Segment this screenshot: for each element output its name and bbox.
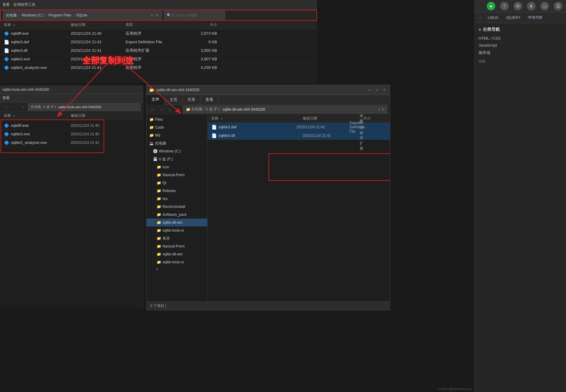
nav-up[interactable]: ↑ (20, 103, 27, 111)
header-size[interactable]: 大小 (187, 22, 217, 27)
nav-up-right[interactable]: ↑ (175, 106, 182, 113)
tab-view[interactable]: 查看 (201, 95, 219, 104)
path-sqlite[interactable]: SQLite (76, 13, 87, 17)
search-box[interactable]: 🔍 在 SQLite 中搜索 (164, 11, 225, 20)
file-row[interactable]: 🔷 sqlite3.exe 2023/11/24 21:40 应用程序 3,60… (0, 55, 317, 63)
view-label[interactable]: 查看 (2, 2, 10, 7)
tree-english[interactable]: 📁 英语 (147, 234, 207, 242)
nav-down-right[interactable]: ↓ (166, 106, 173, 113)
tree-sqlite-tools[interactable]: 📁 sqlite-tools-w (147, 226, 207, 234)
sidebar-link-js[interactable]: JavaScript (479, 42, 562, 49)
path-thispc2[interactable]: 此电脑 (31, 105, 41, 109)
address-dropdown[interactable]: ∨ (151, 13, 153, 17)
tree-code[interactable]: 📁 Code (147, 123, 207, 131)
header-type[interactable]: 类型 (126, 22, 187, 27)
top-address-bar[interactable]: 此电脑 › Windows (C:) › Program Files › SQL… (3, 11, 162, 20)
tree-udisk[interactable]: 💾 U 盘 (F:) (147, 155, 207, 163)
sidebar-green-icon[interactable]: ● (487, 2, 495, 10)
nav-back-sidebar[interactable]: → (477, 15, 482, 20)
nav-fwd[interactable]: → (11, 103, 18, 111)
left-view-label[interactable]: 查看 (2, 95, 10, 101)
header-size-r[interactable]: 大小 (363, 116, 386, 121)
tree-res[interactable]: 📁 res (147, 195, 207, 203)
file-row[interactable]: 🔷 sqlite3.exe 2023/11/24 21:40 (0, 130, 143, 138)
exe-icon: 🔷 (4, 140, 9, 145)
folder-icon: 📁 (156, 204, 161, 209)
tree-software[interactable]: 📁 Software_pack (147, 211, 207, 219)
path-udisk[interactable]: U 盘 (F:) (43, 105, 56, 109)
file-row[interactable]: 🔷 sqldiff.exe 2023/11/24 21:40 (0, 121, 143, 130)
tree-navicat2[interactable]: 📁 Navicat-Prem (147, 242, 207, 250)
nav-thispc[interactable]: 此电脑 (191, 107, 202, 112)
file-row[interactable]: 📄 sqlite3.def 2023/11/24 21:41 Export De… (0, 38, 317, 46)
tree-files[interactable]: 📁 Files (147, 116, 207, 123)
tree-qt[interactable]: 📁 Qt (147, 179, 207, 187)
tab-bar: 文件 主页 共享 查看 (147, 95, 390, 105)
file-size: 3,607 KB (187, 57, 217, 61)
app-tools-label[interactable]: 应用程序工具 (13, 2, 35, 7)
header-date-l[interactable]: 修改日期 (71, 113, 85, 118)
folder-icon: 📁 (156, 212, 161, 217)
nav-refresh[interactable]: ↻ (382, 107, 385, 112)
tree-md[interactable]: 📁 Md (147, 131, 207, 139)
nav-udisk[interactable]: U 盘 (F:) (205, 107, 219, 112)
nav-dropdown[interactable]: ∨ (378, 107, 381, 112)
nav-bookmarks[interactable]: 本地书签 (527, 14, 544, 21)
sidebar-tab-icon[interactable]: ▭ (540, 2, 549, 10)
file-date: 2023/11/24 21:40 (71, 123, 99, 128)
computer-icon: 💻 (149, 141, 154, 146)
sidebar-question-icon[interactable]: ? (500, 2, 509, 10)
tree-label: sqlite-tools-w (162, 260, 184, 264)
tree-navicat[interactable]: 📁 Navicat-Prem (147, 171, 207, 179)
left-title-text: sqlite-tools-win-x64-3440200 (2, 87, 49, 92)
tree-sqlite-tools2[interactable]: 📁 sqlite-tools-w (147, 258, 207, 266)
close-button[interactable]: ✕ (381, 87, 387, 93)
file-row[interactable]: 📄 sqlite3.dll 2023/11/24 21:41 应用程序扩展 (208, 131, 390, 140)
tab-share[interactable]: 共享 (183, 95, 201, 104)
path-folder-icon: 📁 (186, 107, 190, 112)
file-date: 2023/11/24 21:41 (296, 125, 350, 129)
nav-jquery[interactable]: JQUERY (504, 14, 522, 21)
tab-file[interactable]: 文件 (147, 95, 165, 105)
header-date[interactable]: 修改日期 (71, 22, 126, 27)
path-sqlite-tools[interactable]: sqlite-tools-win-x64-3440200 (59, 105, 101, 109)
header-name[interactable]: 名称 ∧ (4, 22, 71, 27)
maximize-button[interactable]: □ (374, 87, 380, 93)
minimize-button[interactable]: — (367, 87, 373, 93)
file-row[interactable]: 🔷 sqlite3_analyzer.exe 2023/11/24 21:41 … (0, 63, 317, 72)
tree-sqlite-dll[interactable]: 📁 sqlite-dll-win (147, 219, 207, 226)
path-program-files[interactable]: Program Files (48, 13, 71, 17)
header-date-r[interactable]: 修改日期 (303, 116, 360, 121)
nav-back[interactable]: ← (2, 103, 10, 111)
path-thispc[interactable]: 此电脑 (6, 13, 17, 18)
sidebar-link-server[interactable]: 服务端 (479, 49, 562, 57)
left-address-bar[interactable]: 此电脑 › U 盘 (F:) › sqlite-tools-win-x64-34… (28, 103, 141, 111)
tree-thispc[interactable]: 💻 此电脑 (147, 139, 207, 147)
nav-sqlite-dll[interactable]: sqlite-dll-win-x64-3440200 (222, 107, 265, 112)
file-date: 2023/11/24 21:41 (303, 134, 360, 138)
right-address-bar[interactable]: 📁 此电脑 › U 盘 (F:) › sqlite-dll-win-x64-34… (183, 105, 387, 113)
tab-home[interactable]: 主页 (165, 95, 183, 104)
folder-icon: 📁 (149, 133, 154, 138)
tree-windows-c[interactable]: 💽 Windows (C:) (147, 147, 207, 155)
nav-fwd-right[interactable]: → (158, 106, 165, 113)
sidebar-link-html[interactable]: HTML / CSS (479, 35, 562, 42)
header-name-l[interactable]: 名称 ∧ (4, 113, 71, 118)
tree-sqlite-dll2[interactable]: 📁 sqlite-dll-win (147, 250, 207, 258)
tree-revo[interactable]: 📁 RevoUninstall (147, 203, 207, 211)
tree-icon[interactable]: 📁 icon (147, 163, 207, 171)
file-row[interactable]: 🔷 sqlite3_analyzer.exe 2023/11/24 21:41 (0, 138, 143, 147)
tree-release[interactable]: 📁 Release (147, 187, 207, 195)
file-row[interactable]: 🔷 sqldiff.exe 2023/11/24 21:40 应用程序 2,97… (0, 29, 317, 38)
sidebar-extension-icon[interactable]: ⧉ (514, 2, 522, 10)
folder-icon: 📁 (156, 228, 161, 233)
path-windows-c[interactable]: Windows (C:) (22, 13, 44, 17)
header-name-r[interactable]: 名称 ∧ (211, 116, 303, 121)
file-row[interactable]: 📄 sqlite3.dll 2023/11/24 21:41 应用程序扩展 3,… (0, 46, 317, 55)
sidebar-profile-icon[interactable]: ☰ (554, 2, 562, 10)
sidebar-download-icon[interactable]: ⬇ (527, 2, 536, 10)
tree-label: 此电脑 (155, 141, 166, 146)
address-refresh[interactable]: ↻ (156, 13, 159, 17)
nav-linux[interactable]: LINUX (486, 14, 500, 21)
nav-back-right[interactable]: ← (149, 106, 156, 113)
